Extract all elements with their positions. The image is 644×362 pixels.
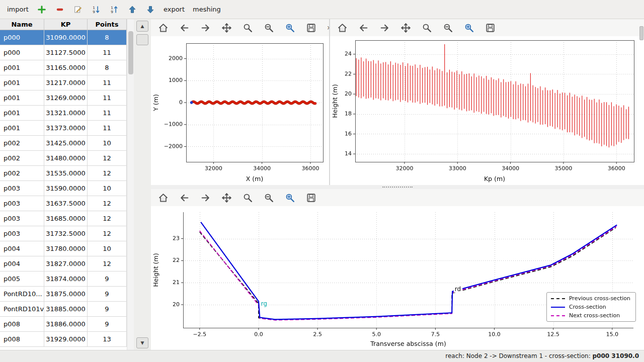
cell-kp: 31165.0000 <box>44 60 88 75</box>
back-icon[interactable] <box>357 22 369 34</box>
edit-icon[interactable] <box>73 5 83 15</box>
table-header-row: Name KP Points <box>0 19 127 30</box>
pan-icon[interactable] <box>220 22 232 34</box>
cell-name: p000 <box>0 30 44 45</box>
table-row[interactable]: p00831886.00009 <box>0 317 127 332</box>
plan-view-plot[interactable] <box>151 36 329 185</box>
cell-points: 12 <box>88 151 127 166</box>
plan-view-toolbar: » <box>151 19 329 36</box>
sort-ascending-icon[interactable]: 19 <box>109 5 119 15</box>
table-row[interactable]: p00331685.000012 <box>0 211 127 226</box>
forward-icon[interactable] <box>378 22 390 34</box>
home-icon[interactable] <box>336 22 348 34</box>
sort-descending-icon[interactable]: 19 <box>91 5 101 15</box>
forward-icon[interactable] <box>199 192 211 204</box>
main-area: Name KP Points p00031090.00008p00031127.… <box>0 19 644 350</box>
table-row[interactable]: p00331732.500012 <box>0 226 127 241</box>
table-row[interactable]: p00231480.000012 <box>0 151 127 166</box>
legend-item: Cross-section <box>551 304 630 310</box>
cell-points: 10 <box>88 241 127 256</box>
panel-scrollbar[interactable]: ▲ ▼ <box>134 19 151 350</box>
zoom-icon[interactable] <box>242 22 254 34</box>
forward-icon[interactable] <box>199 22 211 34</box>
back-icon[interactable] <box>178 192 190 204</box>
scroll-up-button[interactable]: ▲ <box>136 21 148 32</box>
main-toolbar: import 19 19 export meshing <box>0 0 644 19</box>
legend-line-sample <box>551 315 565 316</box>
cell-kp: 31886.0000 <box>44 317 88 332</box>
table-row[interactable]: p00831929.000013 <box>0 332 127 347</box>
zoom-select-icon[interactable] <box>284 22 296 34</box>
right-scrollbar-thumb[interactable] <box>639 26 643 40</box>
cell-name: p004 <box>0 256 44 272</box>
cell-name: PontRD10... <box>0 287 44 302</box>
cross-section-panel: Previous cross-sectionCross-sectionNext … <box>151 189 644 350</box>
column-header-points[interactable]: Points <box>88 19 127 30</box>
cell-name: p005 <box>0 272 44 287</box>
legend-item: Previous cross-section <box>551 295 630 302</box>
table-row[interactable]: p00131269.000011 <box>0 90 127 106</box>
table-row[interactable]: p00431827.000012 <box>0 256 127 272</box>
column-header-name[interactable]: Name <box>0 19 44 30</box>
table-row[interactable]: p00331590.000010 <box>0 181 127 196</box>
scroll-down-button[interactable]: ▼ <box>136 337 148 348</box>
zoom-icon[interactable] <box>242 192 254 204</box>
toolbar-icons <box>157 22 317 34</box>
table-scrollbar[interactable] <box>127 19 134 350</box>
table-row[interactable]: p00131165.00008 <box>0 60 127 75</box>
zoom-out-icon[interactable] <box>263 22 275 34</box>
zoom-select-icon[interactable] <box>463 22 475 34</box>
cell-points: 12 <box>88 196 127 211</box>
horizontal-splitter[interactable] <box>151 185 644 189</box>
table-row[interactable]: p00031090.00008 <box>0 30 127 45</box>
home-icon[interactable] <box>157 22 169 34</box>
cell-name: p001 <box>0 106 44 121</box>
cell-points: 12 <box>88 166 127 181</box>
table-row[interactable]: p00331637.500012 <box>0 196 127 211</box>
remove-icon[interactable] <box>55 5 65 15</box>
table-row[interactable]: p00431780.000010 <box>0 241 127 256</box>
table-row[interactable]: p00131321.000011 <box>0 106 127 121</box>
save-icon[interactable] <box>305 22 317 34</box>
legend-item: Next cross-section <box>551 312 630 319</box>
legend: Previous cross-sectionCross-sectionNext … <box>546 292 636 322</box>
pan-icon[interactable] <box>399 22 412 34</box>
cell-kp: 31637.5000 <box>44 196 88 211</box>
profile-view-panel <box>330 19 644 185</box>
cell-points: 9 <box>88 317 127 332</box>
zoom-icon[interactable] <box>421 22 433 34</box>
zoom-select-icon[interactable] <box>284 192 296 204</box>
splitter-handle[interactable] <box>382 187 413 188</box>
table-row[interactable]: PontRD10...31875.00009 <box>0 287 127 302</box>
home-icon[interactable] <box>157 192 169 204</box>
table-scrollbar-thumb[interactable] <box>128 31 133 74</box>
back-icon[interactable] <box>178 22 190 34</box>
table-row[interactable]: p00231535.000012 <box>0 166 127 181</box>
save-icon[interactable] <box>305 192 317 204</box>
meshing-button[interactable]: meshing <box>193 6 221 13</box>
import-button[interactable]: import <box>7 6 29 13</box>
table-row[interactable]: p00231425.000010 <box>0 136 127 151</box>
export-button[interactable]: export <box>164 6 185 13</box>
move-down-icon[interactable] <box>145 5 155 15</box>
table-row[interactable]: p00131217.000011 <box>0 75 127 90</box>
zoom-out-icon[interactable] <box>442 22 454 34</box>
table-row[interactable]: p00131373.000011 <box>0 121 127 136</box>
cell-name: p004 <box>0 241 44 256</box>
plan-view-panel: » <box>151 19 329 185</box>
column-header-kp[interactable]: KP <box>44 19 88 30</box>
pan-icon[interactable] <box>220 192 232 204</box>
cell-points: 12 <box>88 256 127 272</box>
move-up-icon[interactable] <box>127 5 137 15</box>
cross-section-plot[interactable] <box>151 206 643 350</box>
add-icon[interactable] <box>37 5 47 15</box>
profile-view-plot[interactable] <box>330 36 643 185</box>
table-row[interactable]: p00531874.00009 <box>0 272 127 287</box>
save-icon[interactable] <box>484 22 496 34</box>
cell-points: 12 <box>88 226 127 241</box>
table-row[interactable]: PontRD101v31885.00009 <box>0 302 127 317</box>
toolbar-icons <box>336 22 496 34</box>
table-row[interactable]: p00031127.500011 <box>0 45 127 60</box>
panel-scrollbar-thumb[interactable] <box>136 34 148 45</box>
zoom-out-icon[interactable] <box>263 192 275 204</box>
